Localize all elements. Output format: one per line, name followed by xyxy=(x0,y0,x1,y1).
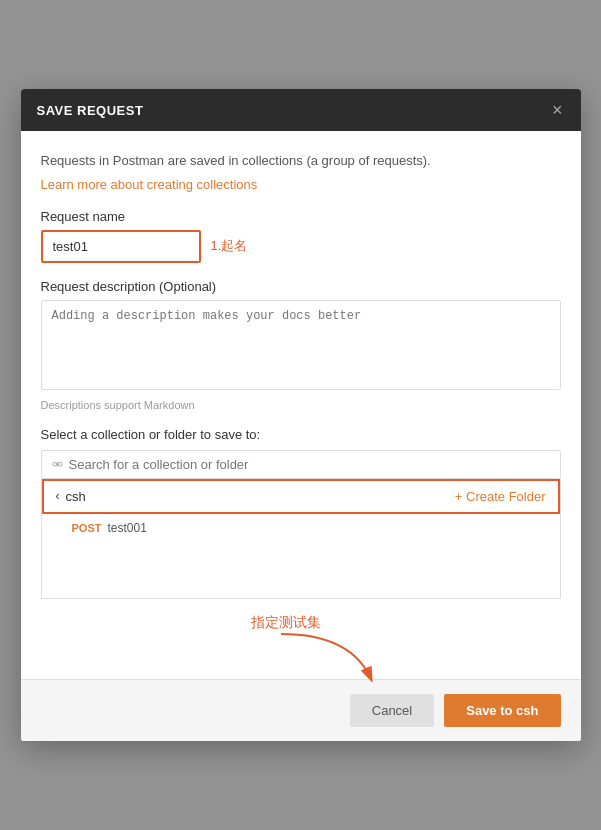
chevron-icon: ‹ xyxy=(56,489,60,503)
learn-more-link[interactable]: Learn more about creating collections xyxy=(41,177,258,192)
collection-list: ‹ csh + Create Folder POST test001 xyxy=(41,479,561,599)
post-badge: POST xyxy=(72,522,102,534)
request-name-label: Request name xyxy=(41,209,561,224)
description-input[interactable] xyxy=(41,300,561,390)
post-item: POST test001 xyxy=(42,514,560,542)
search-input[interactable] xyxy=(69,457,550,472)
cancel-button[interactable]: Cancel xyxy=(350,694,434,727)
arrow-icon xyxy=(271,629,391,689)
annotation-name: 1.起名 xyxy=(211,237,248,255)
description-label: Request description (Optional) xyxy=(41,279,561,294)
collection-select-label: Select a collection or folder to save to… xyxy=(41,427,561,442)
collection-item-left: ‹ csh xyxy=(56,489,86,504)
request-name-section: Request name 1.起名 xyxy=(41,209,561,263)
collection-item[interactable]: ‹ csh + Create Folder xyxy=(42,479,560,514)
intro-text: Requests in Postman are saved in collect… xyxy=(41,151,561,171)
request-name-row: 1.起名 xyxy=(41,230,561,263)
modal-body: Requests in Postman are saved in collect… xyxy=(21,131,581,679)
description-section: Request description (Optional) Descripti… xyxy=(41,279,561,411)
modal-overlay: SAVE REQUEST × Requests in Postman are s… xyxy=(0,0,601,830)
markdown-note: Descriptions support Markdown xyxy=(41,399,561,411)
modal-header: SAVE REQUEST × xyxy=(21,89,581,131)
request-name-input[interactable] xyxy=(41,230,201,263)
search-icon: ⚮ xyxy=(52,457,63,472)
annotation-area: 指定测试集 xyxy=(41,599,561,679)
post-name: test001 xyxy=(107,521,146,535)
close-button[interactable]: × xyxy=(550,101,565,119)
modal-title: SAVE REQUEST xyxy=(37,103,144,118)
create-folder-button[interactable]: + Create Folder xyxy=(455,489,546,504)
save-request-modal: SAVE REQUEST × Requests in Postman are s… xyxy=(21,89,581,741)
search-box: ⚮ xyxy=(41,450,561,479)
collection-section: Select a collection or folder to save to… xyxy=(41,427,561,599)
save-button[interactable]: Save to csh xyxy=(444,694,560,727)
collection-name: csh xyxy=(66,489,86,504)
